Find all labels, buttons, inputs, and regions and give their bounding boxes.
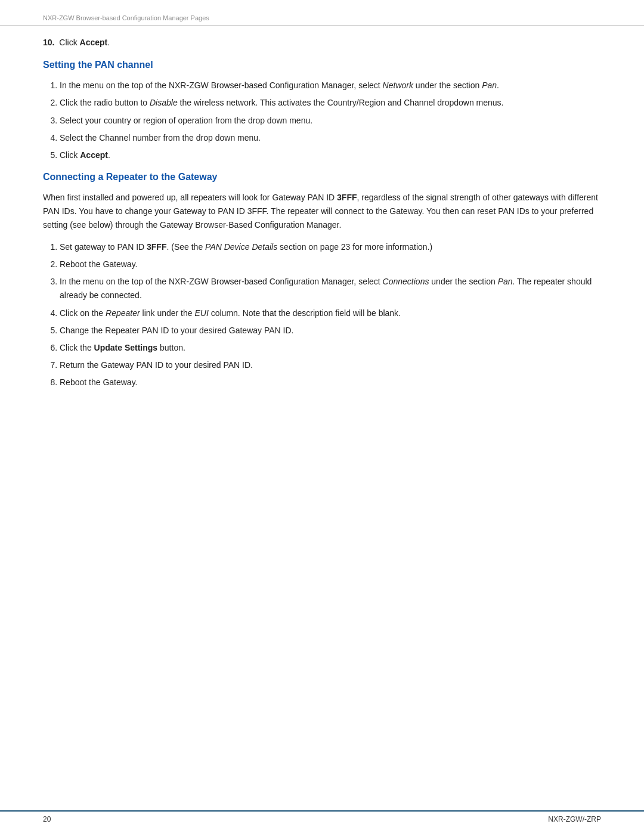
section1-step5-bold: Accept	[80, 150, 108, 160]
section2-step-1: Set gateway to PAN ID 3FFF. (See the PAN…	[60, 240, 601, 254]
section2-heading: Connecting a Repeater to the Gateway	[43, 172, 601, 182]
section2-step7-text: Return the Gateway PAN ID to your desire…	[60, 360, 253, 370]
page-footer: 20 NXR-ZGW/-ZRP	[43, 815, 601, 823]
page-container: NXR-ZGW Browser-based Configuration Mana…	[0, 0, 644, 833]
section2-step8-text: Reboot the Gateway.	[60, 377, 137, 387]
section2-intro-bold1: 3FFF	[337, 193, 357, 202]
step-10-paragraph: 10. Click Accept.	[43, 36, 601, 49]
step-10-bold: Accept	[80, 38, 108, 47]
section2-intro: When first installed and powered up, all…	[43, 191, 601, 232]
section1-step3-text: Select your country or region of operati…	[60, 116, 312, 125]
section2-step3-italic2: Pan	[498, 277, 513, 286]
section1-step-3: Select your country or region of operati…	[60, 114, 601, 128]
section2-steps-list: Set gateway to PAN ID 3FFF. (See the PAN…	[60, 240, 601, 389]
section2-step4-italic1: Repeater	[106, 308, 140, 318]
section1-step4-text: Select the Channel number from the drop …	[60, 133, 261, 143]
section2-step-7: Return the Gateway PAN ID to your desire…	[60, 358, 601, 372]
section2-step1-italic: PAN Device Details	[205, 242, 277, 252]
top-rule	[0, 25, 644, 26]
section1-step1-italic1: Network	[383, 80, 413, 90]
section2-step-6: Click the Update Settings button.	[60, 341, 601, 355]
main-content: 10. Click Accept. Setting the PAN channe…	[43, 36, 601, 399]
section2-step-8: Reboot the Gateway.	[60, 376, 601, 389]
section2-step-3: In the menu on the top of the NXR-ZGW Br…	[60, 275, 601, 302]
step-10-text-before: Click	[59, 38, 79, 47]
section1-heading: Setting the PAN channel	[43, 60, 601, 70]
page-header: NXR-ZGW Browser-based Configuration Mana…	[43, 14, 601, 21]
bottom-rule	[0, 810, 644, 812]
section2-step-5: Change the Repeater PAN ID to your desir…	[60, 324, 601, 337]
header-title: NXR-ZGW Browser-based Configuration Mana…	[43, 14, 209, 21]
section2-step3-italic1: Connections	[383, 277, 429, 286]
step-10-text-after: .	[107, 38, 110, 47]
section1-step-2: Click the radio button to Disable the wi…	[60, 96, 601, 110]
section1-step2-italic: Disable	[150, 98, 178, 107]
footer-page-number: 20	[43, 815, 51, 823]
section2-step4-italic2: EUI	[194, 308, 208, 318]
section2-step-4: Click on the Repeater link under the EUI…	[60, 306, 601, 320]
footer-doc-name: NXR-ZGW/-ZRP	[548, 815, 601, 823]
section2-step5-text: Change the Repeater PAN ID to your desir…	[60, 326, 293, 335]
section1-step1-italic2: Pan	[482, 80, 497, 90]
section2-step6-bold: Update Settings	[94, 343, 158, 352]
section1-steps-list: In the menu on the top of the NXR-ZGW Br…	[60, 79, 601, 162]
section1-step-1: In the menu on the top of the NXR-ZGW Br…	[60, 79, 601, 92]
section2-step1-bold: 3FFF	[147, 242, 166, 252]
section1-step-5: Click Accept.	[60, 148, 601, 162]
section1-step-4: Select the Channel number from the drop …	[60, 131, 601, 145]
section2-step2-text: Reboot the Gateway.	[60, 259, 137, 269]
section2-step-2: Reboot the Gateway.	[60, 258, 601, 271]
step-10-label: 10.	[43, 38, 54, 47]
